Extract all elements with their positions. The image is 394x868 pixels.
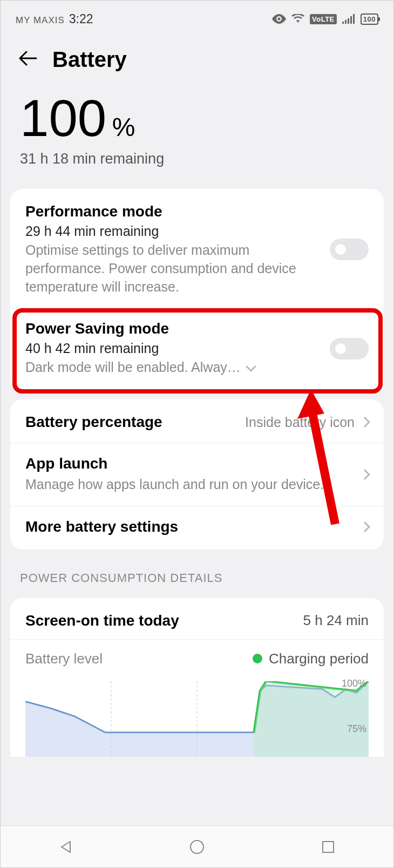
power-saving-mode-toggle[interactable]	[330, 338, 369, 360]
legend-charging-period: Charging period	[269, 650, 369, 667]
volte-icon: VoLTE	[310, 14, 337, 24]
performance-mode-remaining: 29 h 44 min remaining	[25, 223, 330, 239]
battery-overview: 100 % 31 h 18 min remaining	[1, 77, 393, 180]
battery-percentage-title: Battery percentage	[25, 413, 245, 431]
power-saving-mode-title: Power Saving mode	[25, 320, 330, 337]
screen-on-time-title: Screen-on time today	[25, 612, 179, 629]
signal-icon	[342, 14, 355, 24]
triangle-back-icon	[58, 839, 73, 855]
back-button[interactable]	[17, 47, 39, 72]
percent-symbol: %	[112, 112, 135, 142]
legend-battery-level: Battery level	[25, 650, 103, 667]
nav-home-button[interactable]	[187, 837, 207, 857]
square-recent-icon	[321, 840, 335, 854]
battery-remaining: 31 h 18 min remaining	[20, 151, 374, 167]
page-header: Battery	[1, 31, 393, 77]
power-modes-card: Performance mode 29 h 44 min remaining O…	[10, 189, 384, 391]
performance-mode-toggle[interactable]	[330, 239, 369, 260]
svg-rect-2	[345, 20, 347, 24]
screen-on-time-row[interactable]: Screen-on time today 5 h 24 min	[10, 600, 384, 640]
battery-level-number: 100	[20, 92, 106, 144]
svg-rect-1	[342, 22, 344, 24]
clock: 3:22	[69, 12, 93, 26]
back-arrow-icon	[17, 47, 39, 70]
battery-status-icon: 100	[361, 13, 378, 25]
battery-settings-card: Battery percentage Inside battery icon A…	[10, 399, 384, 550]
nav-recent-button[interactable]	[318, 837, 338, 857]
app-launch-desc: Manage how apps launch and run on your d…	[25, 476, 361, 494]
performance-mode-title: Performance mode	[25, 203, 330, 220]
power-saving-mode-desc-row: Dark mode will be enabled. Alway…	[25, 358, 330, 377]
performance-mode-desc: Optimise settings to deliver maximum per…	[25, 241, 330, 296]
chevron-right-icon	[359, 417, 370, 428]
svg-point-11	[191, 840, 203, 853]
chart-y-label-100: 100%	[342, 678, 366, 689]
svg-rect-5	[353, 14, 355, 24]
battery-percentage-value: Inside battery icon	[245, 415, 355, 430]
svg-rect-12	[323, 842, 334, 852]
svg-point-0	[278, 18, 281, 21]
page-title: Battery	[52, 48, 127, 72]
carrier-label: MY MAXIS	[16, 15, 65, 26]
navigation-bar	[1, 825, 393, 867]
wifi-icon	[291, 14, 304, 24]
nav-back-button[interactable]	[56, 837, 76, 857]
battery-percentage-row[interactable]: Battery percentage Inside battery icon	[10, 402, 384, 443]
more-battery-settings-row[interactable]: More battery settings	[10, 506, 384, 547]
charging-dot-icon	[253, 654, 262, 663]
app-launch-row[interactable]: App launch Manage how apps launch and ru…	[10, 443, 384, 506]
app-launch-title: App launch	[25, 455, 361, 472]
chevron-down-icon[interactable]	[246, 361, 256, 372]
eye-icon	[272, 14, 286, 24]
status-bar: MY MAXIS 3:22 VoLTE 100	[1, 1, 393, 31]
chart-legend: Battery level Charging period	[10, 640, 384, 681]
more-battery-settings-title: More battery settings	[25, 518, 361, 535]
power-saving-mode-row[interactable]: Power Saving mode 40 h 42 min remaining …	[10, 308, 384, 389]
svg-rect-3	[348, 18, 349, 24]
chart-y-label-75: 75%	[347, 723, 366, 735]
screen-on-time-value: 5 h 24 min	[303, 612, 369, 629]
circle-home-icon	[189, 839, 205, 855]
power-saving-mode-remaining: 40 h 42 min remaining	[25, 341, 330, 356]
performance-mode-row[interactable]: Performance mode 29 h 44 min remaining O…	[10, 191, 384, 308]
battery-level-chart: 100% 75%	[25, 681, 369, 757]
svg-rect-4	[350, 16, 352, 24]
status-icons: VoLTE 100	[272, 13, 378, 25]
consumption-card: Screen-on time today 5 h 24 min Battery …	[10, 598, 384, 757]
power-saving-mode-desc: Dark mode will be enabled. Alway…	[25, 358, 241, 377]
chevron-right-icon	[359, 469, 370, 480]
chevron-right-icon	[359, 521, 370, 532]
consumption-section-header: POWER CONSUMPTION DETAILS	[1, 558, 393, 589]
